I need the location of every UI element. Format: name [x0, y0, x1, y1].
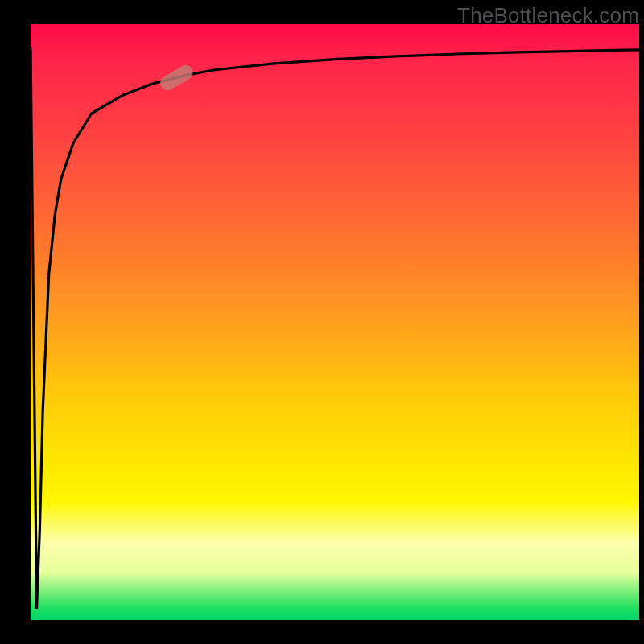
svg-rect-0 — [158, 63, 196, 93]
plot-area — [31, 24, 639, 620]
curve-svg — [31, 24, 639, 620]
chart-container: TheBottleneck.com — [0, 0, 644, 644]
bottleneck-curve — [31, 48, 639, 609]
curve-marker — [158, 63, 196, 93]
